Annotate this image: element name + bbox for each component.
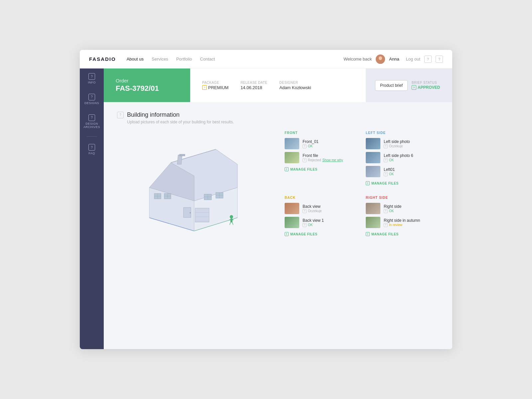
right-side-panel: RIGHT SIDE Right side ? OK [366, 196, 439, 239]
help-icon-2[interactable]: ? [436, 56, 443, 63]
front-file-1: Front_01 ? OK [285, 138, 358, 149]
top-nav: FASADIO About us Services Portfolio Cont… [80, 50, 452, 68]
front-file-name-2: Front file [303, 153, 343, 158]
back-file-2: Back view 1 ? OK [285, 217, 358, 228]
logo: FASADIO [89, 56, 116, 62]
back-manage-icon: ? [285, 232, 289, 236]
right-file-name-2: Right side in autumn [384, 218, 420, 223]
front-panel: FRONT Front_01 ? OK [285, 131, 358, 188]
product-brief-button[interactable]: Product brief [375, 80, 408, 91]
back-thumb-2 [285, 217, 299, 228]
package-icon: ? [202, 85, 207, 90]
nav-contact[interactable]: Contact [200, 57, 215, 62]
left-file-name-1: Left side photo [384, 139, 410, 144]
faq-icon: ? [88, 144, 95, 151]
svg-rect-14 [180, 154, 185, 156]
svg-rect-27 [195, 208, 209, 222]
left-side-panel-label: LEFT SIDE [366, 131, 439, 135]
help-icon-1[interactable]: ? [424, 56, 432, 63]
front-thumb-1 [285, 138, 299, 149]
right-file-2: Right side in autumn ? In review [366, 217, 439, 228]
left-file-name-3: Left01 [384, 167, 395, 172]
building-section: ? Building information Upload pictures o… [104, 102, 452, 349]
content-panel: Order FAS-3792/01 Package ? PREMIUM Rele… [104, 68, 452, 349]
right-file-name-1: Right side [384, 204, 401, 209]
back-file-status-1: ? Oczekuje [303, 209, 322, 213]
right-status-icon-1: ? [384, 209, 388, 213]
right-file-status-2: ? In review [384, 223, 420, 227]
left-file-name-2: Left side photo 6 [384, 153, 413, 158]
designs-icon: ? [88, 94, 95, 100]
nav-portfolio[interactable]: Portfolio [176, 57, 192, 62]
svg-rect-13 [177, 155, 182, 164]
order-green-block: Order FAS-3792/01 [104, 68, 190, 102]
front-file-name-1: Front_01 [303, 139, 319, 144]
front-manage-icon: ? [285, 167, 289, 171]
house-illustration [117, 131, 271, 239]
sidebar-label-faq: FAQ [88, 152, 95, 155]
package-value: ? PREMIUM [202, 85, 228, 90]
right-thumb-1 [366, 203, 380, 214]
sidebar-item-archives[interactable]: ? DESIGN ARCHIVES [80, 110, 104, 134]
left-thumb-3 [366, 166, 380, 177]
back-panel: BACK Back view ? Oczekuje [285, 196, 358, 239]
back-file-name-1: Back view [303, 204, 322, 209]
svg-point-33 [230, 215, 233, 218]
front-file-info-1: Front_01 ? OK [303, 139, 319, 148]
show-why-link[interactable]: Show me why [322, 158, 343, 162]
sidebar-item-info[interactable]: ? INFO [80, 68, 104, 89]
front-thumb-2 [285, 152, 299, 163]
right-side-panel-label: RIGHT SIDE [366, 196, 439, 200]
right-manage-icon: ? [366, 232, 370, 236]
order-number: FAS-3792/01 [116, 84, 178, 93]
left-file-2: Left side photo 6 ? OK [366, 152, 439, 163]
back-status-icon-1: ? [303, 209, 307, 213]
left-status-icon-3: ? [384, 172, 388, 176]
back-status-icon-2: ? [303, 223, 307, 227]
svg-line-37 [232, 222, 233, 225]
order-label: Order [116, 78, 178, 83]
order-meta: Package ? PREMIUM Release date 14.06.201… [190, 68, 366, 102]
back-manage-files-button[interactable]: ? MANAGE FILES [285, 232, 358, 236]
svg-point-32 [190, 212, 191, 213]
left-manage-files-button[interactable]: ? MANAGE FILES [366, 181, 439, 185]
left-thumb-1 [366, 138, 380, 149]
building-layout: FRONT Front_01 ? OK [117, 131, 439, 239]
left-file-info-2: Left side photo 6 ? OK [384, 153, 413, 162]
nav-about[interactable]: About us [127, 57, 144, 62]
package-group: Package ? PREMIUM [202, 81, 228, 90]
building-info-icon: ? [117, 112, 124, 118]
left-status-icon-1: ? [384, 144, 388, 148]
back-file-1: Back view ? Oczekuje [285, 203, 358, 214]
brief-status-label: Brief status [412, 81, 440, 84]
left-side-panel: LEFT SIDE Left side photo ? Oczekuje [366, 131, 439, 188]
brief-status-value: ? APPROVED [412, 85, 440, 90]
brief-panel: Product brief Brief status ? APPROVED [366, 68, 452, 102]
brief-status-icon: ? [412, 85, 416, 90]
right-manage-files-button[interactable]: ? MANAGE FILES [366, 232, 439, 236]
section-title-row: ? Building information [117, 111, 439, 118]
back-file-name-2: Back view 1 [303, 218, 324, 223]
left-file-info-1: Left side photo ? Oczekuje [384, 139, 410, 148]
logout-button[interactable]: Log out [406, 57, 420, 62]
brief-row: Product brief Brief status ? APPROVED [375, 80, 443, 91]
nav-right: Welcome back Anna Log out ? ? [343, 55, 443, 64]
nav-services[interactable]: Services [152, 57, 168, 62]
front-file-2: Front file ? Rejected Show me why [285, 152, 358, 163]
back-thumb-1 [285, 203, 299, 214]
sidebar: ? INFO ? DESIGNS ? DESIGN ARCHIVES ? FAQ [80, 68, 104, 349]
right-file-status-1: ? OK [384, 209, 401, 213]
app-window: FASADIO About us Services Portfolio Cont… [80, 50, 452, 349]
sidebar-divider [86, 136, 97, 137]
front-manage-files-button[interactable]: ? MANAGE FILES [285, 167, 358, 171]
designer-value: Adam Kozłowski [279, 85, 311, 90]
left-file-status-2: ? OK [384, 158, 413, 162]
front-file-info-2: Front file ? Rejected Show me why [303, 153, 343, 162]
front-status-icon-2: ? [303, 158, 307, 162]
left-status-icon-2: ? [384, 158, 388, 162]
left-thumb-2 [366, 152, 380, 163]
section-subtitle: Upload pictures of each side of your bui… [127, 120, 439, 124]
archives-icon: ? [88, 114, 95, 121]
sidebar-item-designs[interactable]: ? DESIGNS [80, 89, 104, 110]
sidebar-item-faq[interactable]: ? FAQ [80, 139, 104, 160]
